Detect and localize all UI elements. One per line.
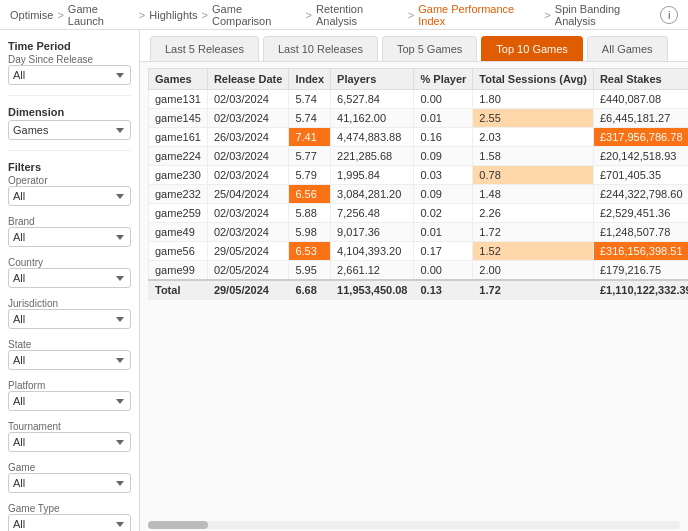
jurisdiction-label: Jurisdiction xyxy=(8,298,131,309)
total-row: Total29/05/20246.6811,953,450.080.131.72… xyxy=(149,280,689,300)
breadcrumb-game-comparison[interactable]: Game Comparison xyxy=(212,3,302,27)
dimension-select[interactable]: Games xyxy=(8,120,131,140)
table-row: game5629/05/20246.534,104,393.200.171.52… xyxy=(149,242,689,261)
breadcrumb-highlights[interactable]: Highlights xyxy=(149,9,197,21)
col-total-sessions: Total Sessions (Avg) xyxy=(473,69,594,90)
table-row: game13102/03/20245.746,527.840.001.80£44… xyxy=(149,90,689,109)
state-select[interactable]: All xyxy=(8,350,131,370)
brand-select[interactable]: All xyxy=(8,227,131,247)
data-table: Games Release Date Index Players % Playe… xyxy=(148,68,688,300)
breadcrumb-optimise[interactable]: Optimise xyxy=(10,9,53,21)
operator-label: Operator xyxy=(8,175,131,186)
breadcrumb: Optimise > Game Launch > Highlights > Ga… xyxy=(10,3,660,27)
time-period-label: Time Period xyxy=(8,40,131,52)
horizontal-scrollbar[interactable] xyxy=(148,521,680,529)
info-icon[interactable]: i xyxy=(660,6,678,24)
breadcrumb-spin-banding[interactable]: Spin Banding Analysis xyxy=(555,3,661,27)
filters-label: Filters xyxy=(8,161,131,173)
breadcrumb-game-launch[interactable]: Game Launch xyxy=(68,3,135,27)
country-label: Country xyxy=(8,257,131,268)
tab-top-5-games[interactable]: Top 5 Games xyxy=(382,36,477,61)
table-container: Games Release Date Index Players % Playe… xyxy=(140,62,688,519)
table-row: game16126/03/20247.414,474,883.880.162.0… xyxy=(149,128,689,147)
tab-last-5-releases[interactable]: Last 5 Releases xyxy=(150,36,259,61)
col-release-date: Release Date xyxy=(207,69,289,90)
state-label: State xyxy=(8,339,131,350)
sep4: > xyxy=(306,9,312,21)
table-row: game14502/03/20245.7441,162.000.012.55£6… xyxy=(149,109,689,128)
tab-last-10-releases[interactable]: Last 10 Releases xyxy=(263,36,378,61)
table-row: game4902/03/20245.989,017.360.011.72£1,2… xyxy=(149,223,689,242)
tournament-select[interactable]: All xyxy=(8,432,131,452)
tab-top-10-games[interactable]: Top 10 Games xyxy=(481,36,583,61)
time-period-sub: Day Since Release xyxy=(8,54,131,65)
content-area: Last 5 Releases Last 10 Releases Top 5 G… xyxy=(140,30,688,531)
table-row: game9902/05/20245.952,661.120.002.00£179… xyxy=(149,261,689,281)
platform-label: Platform xyxy=(8,380,131,391)
time-period-select[interactable]: All xyxy=(8,65,131,85)
table-row: game25902/03/20245.887,256.480.022.26£2,… xyxy=(149,204,689,223)
dimension-label: Dimension xyxy=(8,106,131,118)
divider1 xyxy=(8,95,131,96)
platform-select[interactable]: All xyxy=(8,391,131,411)
col-index: Index xyxy=(289,69,331,90)
col-players: Players xyxy=(331,69,414,90)
sidebar: Time Period Day Since Release All Dimens… xyxy=(0,30,140,531)
table-row: game22402/03/20245.77221,285.680.091.58£… xyxy=(149,147,689,166)
brand-label: Brand xyxy=(8,216,131,227)
breadcrumb-retention[interactable]: Retention Analysis xyxy=(316,3,404,27)
col-pct-player: % Player xyxy=(414,69,473,90)
jurisdiction-select[interactable]: All xyxy=(8,309,131,329)
sep3: > xyxy=(202,9,208,21)
game-type-select[interactable]: All xyxy=(8,514,131,531)
country-select[interactable]: All xyxy=(8,268,131,288)
top-nav: Optimise > Game Launch > Highlights > Ga… xyxy=(0,0,688,30)
col-games: Games xyxy=(149,69,208,90)
sep5: > xyxy=(408,9,414,21)
game-select[interactable]: All xyxy=(8,473,131,493)
tab-bar: Last 5 Releases Last 10 Releases Top 5 G… xyxy=(140,30,688,62)
sep6: > xyxy=(544,9,550,21)
tournament-label: Tournament xyxy=(8,421,131,432)
breadcrumb-gpi[interactable]: Game Performance Index xyxy=(418,3,540,27)
game-type-label: Game Type xyxy=(8,503,131,514)
operator-select[interactable]: All xyxy=(8,186,131,206)
sep2: > xyxy=(139,9,145,21)
game-label: Game xyxy=(8,462,131,473)
scrollbar-thumb[interactable] xyxy=(148,521,208,529)
table-row: game23002/03/20245.791,995.840.030.78£70… xyxy=(149,166,689,185)
sep1: > xyxy=(57,9,63,21)
divider2 xyxy=(8,150,131,151)
table-row: game23225/04/20246.563,084,281.200.091.4… xyxy=(149,185,689,204)
col-real-stakes: Real Stakes xyxy=(593,69,688,90)
tab-all-games[interactable]: All Games xyxy=(587,36,668,61)
